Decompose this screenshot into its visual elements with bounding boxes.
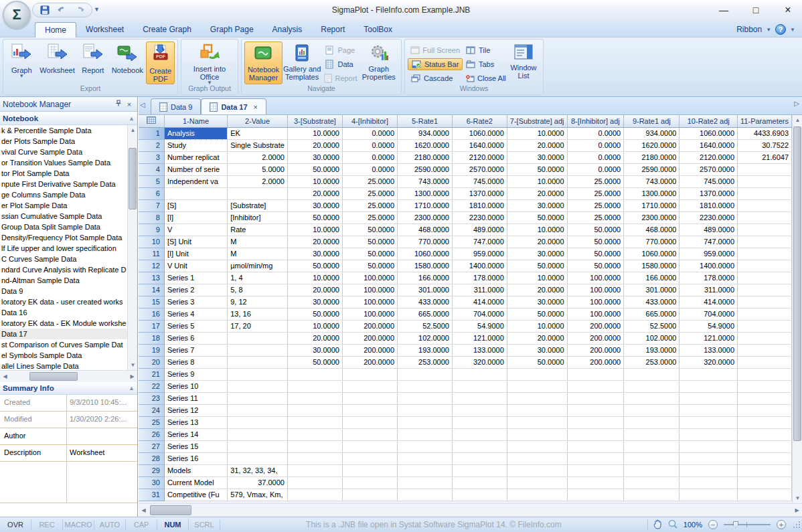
cell[interactable] (679, 464, 738, 476)
notebook-item-ge-columns-sample-data[interactable]: ge Columns Sample Data (0, 189, 127, 200)
cell[interactable] (624, 380, 679, 392)
cell[interactable] (287, 428, 342, 440)
cell-value[interactable]: 1, 4 (228, 272, 288, 284)
cell[interactable] (679, 368, 738, 380)
cell[interactable]: 1810.0000 (679, 199, 738, 211)
cell-name[interactable]: [I] Unit (164, 248, 227, 260)
resize-grip[interactable] (793, 521, 801, 529)
notebook-item-k-percentile-sample-data[interactable]: k & Percentile Sample Data (0, 125, 127, 136)
cell[interactable]: 10.0000 (507, 127, 567, 139)
cell-value[interactable] (228, 356, 288, 368)
cell[interactable]: 1400.0000 (452, 260, 507, 272)
notebook-item-nd-altman-sample-data[interactable]: nd-Altman Sample Data (0, 275, 127, 286)
cell[interactable]: 1370.0000 (452, 187, 507, 199)
cell[interactable]: 200.0000 (567, 356, 624, 368)
cell[interactable]: 1400.0000 (679, 260, 738, 272)
cell[interactable]: 2180.0000 (624, 151, 679, 163)
cell[interactable]: 30.0000 (507, 344, 567, 356)
zoom-slider-handle[interactable] (733, 521, 738, 528)
cell[interactable] (738, 344, 792, 356)
ribbon-tab-create-graph[interactable]: Create Graph (133, 22, 201, 37)
sheet-vertical-scrollbar[interactable]: ▲ ▼ (792, 115, 802, 503)
scroll-up-icon[interactable]: ▲ (128, 125, 138, 135)
row-header[interactable]: 23 (139, 392, 164, 404)
help-icon[interactable]: ? (775, 24, 786, 35)
cell[interactable]: 25.0000 (567, 211, 624, 224)
row-header[interactable]: 28 (139, 452, 164, 464)
row-header[interactable]: 22 (139, 380, 164, 392)
notebook-item-loratory-ek-data-user-created-works[interactable]: loratory EK data - user created works (0, 296, 127, 307)
cell[interactable]: 320.0000 (679, 356, 738, 368)
ribbon-tab-worksheet[interactable]: Worksheet (76, 22, 133, 37)
status-toggle-scrl[interactable]: SCRL (189, 520, 220, 530)
row-header[interactable]: 18 (139, 332, 164, 344)
cell[interactable] (398, 428, 453, 440)
row-header[interactable]: 30 (139, 476, 164, 489)
cell[interactable]: 2180.0000 (398, 151, 453, 163)
cell[interactable]: 1300.0000 (398, 187, 453, 199)
close-all-button[interactable]: Close All (463, 72, 507, 84)
cell[interactable]: 2120.0000 (679, 151, 738, 163)
notebook-item-c-curves-sample-data[interactable]: C Curves Sample Data (0, 254, 127, 264)
cell[interactable] (507, 392, 567, 404)
cell[interactable]: 20.0000 (287, 139, 342, 151)
cell[interactable]: 100.0000 (342, 284, 397, 296)
cell[interactable]: 20.0000 (287, 187, 342, 199)
cell[interactable] (398, 404, 453, 416)
notebook-item-density-frequency-plot-sample-data[interactable]: Density/Frequency Plot Sample Data (0, 232, 127, 243)
cell[interactable] (398, 464, 453, 476)
cell[interactable]: 50.0000 (287, 211, 342, 224)
cell[interactable]: 1710.0000 (398, 199, 453, 211)
cell[interactable]: 100.0000 (342, 272, 397, 284)
cell[interactable]: 2570.0000 (679, 163, 738, 175)
cell[interactable]: 433.0000 (624, 296, 679, 308)
cell[interactable]: 10.0000 (287, 175, 342, 187)
cell[interactable]: 745.0000 (679, 175, 738, 187)
cell[interactable]: 747.0000 (679, 236, 738, 248)
cell[interactable]: 1710.0000 (624, 199, 679, 211)
column-header-8-inhibitor-adj[interactable]: 8-[Inhibitor] adj (567, 115, 624, 127)
cell[interactable] (738, 308, 792, 320)
notebook-item-vival-curve-sample-data[interactable]: vival Curve Sample Data (0, 147, 127, 157)
cell[interactable]: 10.0000 (507, 320, 567, 332)
cell[interactable]: 50.0000 (342, 260, 397, 272)
cell[interactable]: 50.0000 (567, 248, 624, 260)
cell[interactable]: 133.0000 (452, 344, 507, 356)
cell[interactable]: 30.0000 (287, 344, 342, 356)
ribbon-tab-analysis[interactable]: Analysis (263, 22, 312, 37)
cell[interactable]: 2120.0000 (452, 151, 507, 163)
row-header[interactable]: 20 (139, 356, 164, 368)
cell-value[interactable] (228, 344, 288, 356)
cell[interactable] (507, 440, 567, 452)
cell[interactable] (452, 416, 507, 428)
cell[interactable]: 489.0000 (452, 224, 507, 236)
cell[interactable] (342, 428, 397, 440)
column-header-11-parameters[interactable]: 11-Parameters (738, 115, 792, 127)
cell[interactable]: 50.0000 (287, 163, 342, 175)
cell-value[interactable]: 2.0000 (228, 175, 288, 187)
cell[interactable]: 193.0000 (624, 344, 679, 356)
cell[interactable]: 4433.6903 (738, 127, 792, 139)
cell[interactable]: 30.0000 (287, 199, 342, 211)
cell[interactable]: 10.0000 (507, 175, 567, 187)
maximize-button[interactable]: □ (747, 3, 765, 17)
cell[interactable] (342, 416, 397, 428)
cell[interactable] (452, 440, 507, 452)
cell-value[interactable]: M (228, 248, 288, 260)
cell[interactable]: 50.0000 (507, 260, 567, 272)
cell-value[interactable]: 31, 32, 33, 34, (228, 464, 288, 476)
cell[interactable] (679, 416, 738, 428)
cell[interactable]: 50.0000 (567, 260, 624, 272)
cell[interactable]: 311.0000 (679, 284, 738, 296)
cell-value[interactable]: 2.0000 (228, 151, 288, 163)
gallery-and-templates-button[interactable]: Gallery and Templates (283, 41, 322, 84)
cell[interactable]: 0.0000 (342, 163, 397, 175)
cell[interactable]: 1640.0000 (679, 139, 738, 151)
cell[interactable] (452, 404, 507, 416)
row-header[interactable]: 19 (139, 344, 164, 356)
cell[interactable]: 50.0000 (507, 211, 567, 224)
cell[interactable]: 320.0000 (452, 356, 507, 368)
tree-horizontal-scrollbar[interactable]: ◀ ▶ (0, 370, 137, 382)
row-header[interactable]: 9 (139, 224, 164, 236)
cell[interactable]: 665.0000 (398, 308, 453, 320)
